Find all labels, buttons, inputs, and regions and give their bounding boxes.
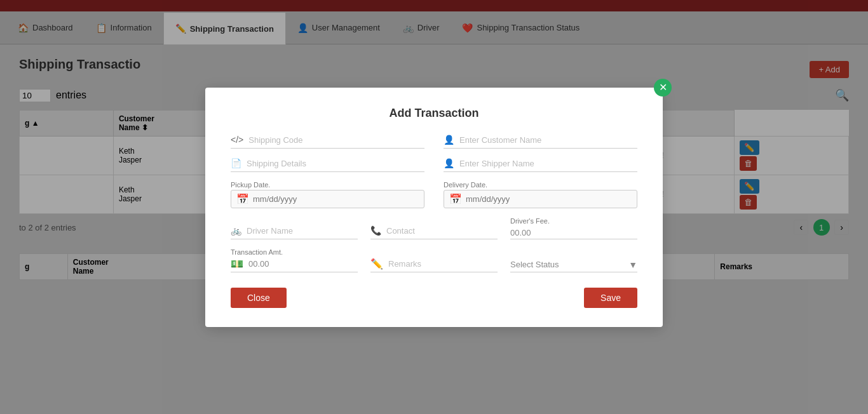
transaction-amt-label: Transaction Amt. [231, 248, 358, 256]
driver-row: 🚲 📞 Driver's Fee. [231, 217, 637, 239]
shipping-code-field: </> [231, 134, 424, 149]
driver-name-field: 🚲 [231, 225, 358, 239]
phone-icon: 📞 [370, 225, 381, 236]
delivery-date-field: Delivery Date. 📅 [444, 181, 637, 208]
pickup-date-field: Pickup Date. 📅 [231, 181, 424, 208]
status-select[interactable]: Select Status ▼ [510, 260, 637, 272]
shipper-name-field: 👤 [444, 157, 637, 172]
modal-box: ✕ Add Transaction </> 👤 📄 [205, 88, 663, 327]
transaction-amt-input[interactable] [248, 259, 358, 269]
delivery-date-row: 📅 [444, 190, 637, 208]
dropdown-arrow-icon: ▼ [628, 260, 637, 270]
modal-form: </> 👤 📄 👤 [231, 134, 637, 272]
modal-title: Add Transaction [231, 107, 637, 120]
contact-field: 📞 [370, 225, 498, 239]
remarks-field: ✏️ [370, 258, 498, 272]
money-icon: 💵 [231, 258, 243, 270]
modal-footer: Close Save [231, 288, 637, 308]
calendar-icon-2: 📅 [449, 193, 462, 205]
drivers-fee-field: Driver's Fee. [510, 217, 637, 239]
delivery-date-label: Delivery Date. [444, 181, 637, 189]
driver-name-input[interactable] [247, 225, 358, 237]
status-placeholder: Select Status [510, 260, 559, 269]
amt-row-container: Transaction Amt. 💵 ✏️ Select Status [231, 248, 637, 272]
shipping-details-input[interactable] [247, 157, 424, 170]
pickup-date-label: Pickup Date. [231, 181, 424, 189]
transaction-amt-field: Transaction Amt. 💵 [231, 248, 358, 272]
pickup-date-input[interactable] [253, 194, 419, 204]
drivers-fee-input[interactable] [510, 227, 637, 239]
contact-input[interactable] [386, 225, 498, 237]
shipping-code-input[interactable] [248, 134, 424, 146]
shipper-name-input[interactable] [459, 157, 637, 170]
delivery-date-input[interactable] [466, 194, 632, 204]
save-button[interactable]: Save [584, 288, 637, 308]
bike-icon-2: 🚲 [231, 225, 241, 236]
modal-close-button[interactable]: ✕ [654, 79, 672, 97]
drivers-fee-label: Driver's Fee. [510, 217, 637, 225]
person-icon: 👤 [444, 135, 454, 145]
remarks-input[interactable] [388, 259, 498, 269]
pickup-date-row: 📅 [231, 190, 424, 208]
customer-name-field: 👤 [444, 134, 637, 149]
shipper-icon: 👤 [444, 158, 454, 168]
edit-remarks-icon: ✏️ [370, 258, 383, 270]
code-icon: </> [231, 135, 243, 145]
details-icon: 📄 [231, 158, 241, 168]
status-field: Select Status ▼ [510, 260, 637, 272]
customer-name-input[interactable] [459, 134, 637, 146]
modal-overlay: ✕ Add Transaction </> 👤 📄 [0, 0, 868, 414]
shipping-details-field: 📄 [231, 157, 424, 172]
close-button[interactable]: Close [231, 288, 287, 308]
calendar-icon: 📅 [236, 193, 249, 205]
